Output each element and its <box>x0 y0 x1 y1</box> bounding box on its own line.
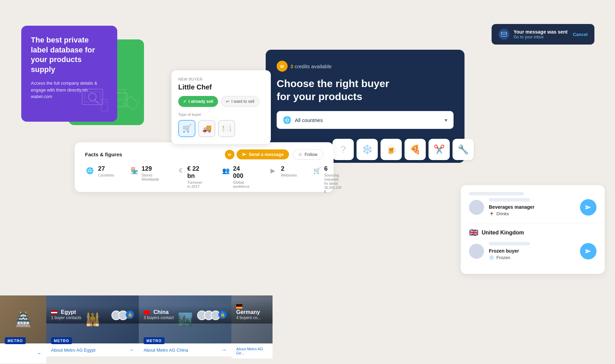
already-sell-button[interactable]: ✓ I already sell <box>178 96 218 107</box>
germany-link[interactable]: About Metro AG Ge... <box>236 347 268 355</box>
uk-frozen-section: 🇬🇧 United Kingdom Frozen buyer ❄️ Frozen <box>469 228 596 260</box>
facts-figures-card: Facts & figures w Send a message ☆ Follo… <box>75 142 334 192</box>
sourcing-label: Sourcing requestsfor about 30,500,100 € <box>324 173 343 194</box>
china-footer: About Metro AG China → <box>139 343 231 356</box>
top-bar <box>469 192 524 195</box>
country-select-value: 🌐 All countries <box>283 116 323 124</box>
cart-stat-icon: 🛒 <box>313 166 321 175</box>
germany-buyers: 4 buyers co... <box>236 315 268 320</box>
turnover-label: Turnover in 2017 <box>187 180 206 189</box>
beverages-message-button[interactable] <box>580 199 596 216</box>
country-card-china[interactable]: 🏙️ China 3 buyers contact 🔒 METRO About … <box>139 295 231 364</box>
country-card-germany[interactable]: Germany 4 buyers co... About Metro AG Ge… <box>231 295 273 364</box>
toast-text-block: Your message was sent Go to your inbox <box>514 29 569 39</box>
toast-notification: Your message was sent Go to your inbox C… <box>492 24 594 45</box>
cat-icon-tools[interactable]: 🔧 <box>453 139 474 160</box>
svg-rect-9 <box>501 32 507 36</box>
stat-stores: 🏪 129 Stores Worldwide <box>131 165 161 194</box>
chevron-down-icon: ▾ <box>445 117 447 123</box>
china-metro-logo: METRO <box>144 337 165 344</box>
cat-icon-drinks[interactable]: 🍺 <box>381 139 402 160</box>
cat-icon-scissors[interactable]: ✂️ <box>429 139 450 160</box>
egypt-avatars <box>111 311 125 320</box>
facts-stats: 🌐 27 Countries 🏪 129 Stores Worldwide € … <box>85 165 323 194</box>
buyer-type-basket[interactable]: 🛒 <box>178 120 195 137</box>
uk-flag: 🇬🇧 <box>469 228 478 237</box>
buyer-type-restaurant[interactable]: 🍽️ <box>218 120 235 137</box>
country-card-japan[interactable]: 🏯 METRO → <box>0 295 46 364</box>
category-icons-row: ? ❄️ 🍺 🍕 ✂️ 🔧 <box>333 139 474 160</box>
cat-icon-frozen[interactable]: ❄️ <box>357 139 378 160</box>
stat-workforce-data: 24 000 Global workforce <box>233 165 252 189</box>
stat-sourcing: 🛒 6 Sourcing requestsfor about 30,500,10… <box>313 165 343 194</box>
buyer-name-placeholder <box>489 198 530 202</box>
stat-countries: 🌐 27 Countries <box>85 165 114 194</box>
china-avatars <box>197 311 218 320</box>
buyer-action-buttons: ✓ I already sell ↩ I want to sell <box>178 96 264 107</box>
wabel-logo: w <box>277 61 288 72</box>
stat-stores-data: 129 Stores Worldwide <box>142 165 161 181</box>
egypt-footer: About Metro AG Egypt → <box>46 343 139 356</box>
frozen-message-button[interactable] <box>580 243 596 259</box>
facts-actions: w Send a message ☆ Follow <box>225 149 323 160</box>
globe-stat-icon: 🌐 <box>85 166 95 175</box>
frozen-buyer-tag: ❄️ Frozen <box>489 255 580 260</box>
china-link[interactable]: About Metro AG China <box>144 348 188 353</box>
stat-sourcing-data: 6 Sourcing requestsfor about 30,500,100 … <box>324 165 343 194</box>
webinars-label: Webinars <box>281 173 297 177</box>
credits-text: 3 credits available <box>290 63 331 69</box>
follow-button[interactable]: ☆ Follow <box>292 149 323 160</box>
new-buyer-label: New buyer <box>178 77 264 81</box>
beverages-buyer-info: Beverages manager 🍷 Drinks <box>489 198 580 216</box>
credits-badge: w 3 credits available <box>277 61 454 72</box>
cat-icon-question[interactable]: ? <box>333 139 354 160</box>
beverages-buyer-avatar <box>469 200 484 215</box>
stat-countries-data: 27 Countries <box>98 165 114 177</box>
purple-card-illustration <box>80 84 110 115</box>
workforce-label: Global workforce <box>233 180 252 189</box>
want-to-sell-button[interactable]: ↩ I want to sell <box>221 96 260 107</box>
uk-drinks-section: Beverages manager 🍷 Drinks <box>469 192 596 216</box>
buyer-name: Little Chef <box>178 83 264 91</box>
uk-country-name: United Kingdom <box>482 230 524 236</box>
right-buyer-panel: Beverages manager 🍷 Drinks 🇬🇧 United Kin… <box>461 185 605 274</box>
countries-label: Countries <box>98 173 114 177</box>
svg-point-2 <box>88 93 96 101</box>
frozen-buyer-name-placeholder <box>489 242 530 245</box>
country-select-dropdown[interactable]: 🌐 All countries ▾ <box>277 111 454 129</box>
country-card-japan-footer: → <box>0 343 46 363</box>
toast-subtitle: Go to your inbox <box>514 35 569 39</box>
frozen-buyer-info: Frozen buyer ❄️ Frozen <box>489 242 580 260</box>
country-cards-row: 🏯 METRO → 🕌 Egypt 1 buyer contacts <box>0 295 273 364</box>
metro-logo-japan: METRO <box>5 337 26 344</box>
store-stat-icon: 🏪 <box>131 166 138 175</box>
webinars-value: 2 <box>281 165 297 172</box>
egypt-lock-icon: 🔒 <box>126 311 134 319</box>
stores-value: 129 <box>142 165 161 172</box>
buyer-type-icons: 🛒 🚚 🍽️ <box>178 120 264 137</box>
germany-name: Germany <box>236 303 268 315</box>
new-buyer-popup: New buyer Little Chef ✓ I already sell ↩… <box>171 70 271 144</box>
toast-cancel-button[interactable]: Cancel <box>573 32 588 37</box>
arrow-right-icon: → <box>36 350 41 356</box>
blue-panel-title: Choose the right buyerfor your products <box>277 77 454 103</box>
send-message-button[interactable]: Send a message <box>237 149 289 159</box>
purple-promo-card: The best private label database for your… <box>21 26 117 122</box>
buyer-type-truck[interactable]: 🚚 <box>198 120 215 137</box>
globe-icon: 🌐 <box>283 116 291 124</box>
cat-icon-pizza[interactable]: 🍕 <box>405 139 426 160</box>
germany-overlay: Germany 4 buyers co... <box>231 300 273 324</box>
frozen-buyer-row: Frozen buyer ❄️ Frozen <box>469 242 596 260</box>
egypt-link[interactable]: About Metro AG Egypt <box>51 348 95 353</box>
germany-footer: About Metro AG Ge... <box>231 343 273 359</box>
euro-stat-icon: € <box>178 166 184 175</box>
stat-turnover: € € 22 bn Turnover in 2017 <box>178 165 206 194</box>
workforce-value: 24 000 <box>233 165 252 180</box>
stat-webinars: ▶ 2 Webinars <box>268 165 297 194</box>
stat-webinars-data: 2 Webinars <box>281 165 297 177</box>
toast-mail-icon <box>498 29 509 40</box>
facts-title: Facts & figures <box>85 151 122 157</box>
frozen-buyer-role: Frozen buyer <box>489 248 580 254</box>
sourcing-value: 6 <box>324 165 343 172</box>
country-card-egypt[interactable]: 🕌 Egypt 1 buyer contacts 🔒 METRO <box>46 295 139 364</box>
